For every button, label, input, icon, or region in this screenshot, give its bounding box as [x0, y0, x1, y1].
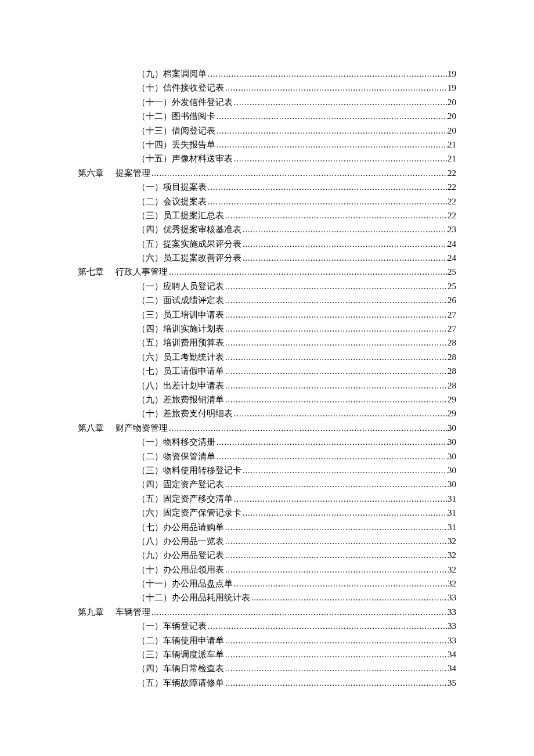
toc-item-label: （一）项目提案表 [137, 180, 207, 194]
toc-sub-row: （三）物料使用转移登记卡30 [78, 463, 456, 477]
toc-leader-dots [224, 336, 448, 350]
toc-leader-dots [224, 379, 448, 393]
toc-leader-dots [224, 563, 448, 577]
toc-chapter-number: 第七章 [78, 265, 116, 279]
toc-item-label: （九）差旅费报销清单 [137, 393, 224, 406]
toc-item-label: （三）车辆调度派车单 [137, 647, 224, 661]
toc-sub-row: （十一）外发信件登记表20 [78, 95, 456, 109]
toc-leader-dots [168, 422, 448, 435]
toc-chapter-label: 第九章车辆管理 [78, 605, 150, 619]
toc-chapter-row: 第六章提案管理22 [78, 166, 456, 180]
toc-sub-row: （十二）图书借阅卡20 [78, 109, 456, 123]
toc-item-label: （十一）外发信件登记表 [137, 95, 233, 109]
toc-sub-row: （十四）丢失报告单21 [78, 138, 456, 152]
toc-page-number: 24 [448, 237, 456, 251]
toc-leader-dots [224, 209, 448, 223]
toc-item-label: （一）车辆登记表 [137, 619, 207, 633]
toc-item-label: （十三）借阅登记表 [137, 124, 215, 138]
toc-sub-row: （五）提案实施成果评分表24 [78, 237, 456, 251]
toc-page-number: 23 [448, 222, 456, 236]
toc-page-number: 31 [448, 520, 456, 534]
toc-page-number: 29 [448, 393, 456, 406]
toc-page-number: 28 [448, 350, 456, 364]
toc-leader-dots [224, 478, 448, 492]
toc-sub-row: （四）车辆日常检查表34 [78, 661, 456, 675]
toc-leader-dots [224, 294, 448, 308]
toc-page-number: 27 [448, 308, 456, 322]
table-of-contents: （九）档案调阅单19（十）信件接收登记表19（十一）外发信件登记表20（十二）图… [78, 67, 456, 690]
toc-page-number: 25 [448, 265, 456, 279]
toc-page-number: 30 [448, 463, 456, 477]
toc-page-number: 27 [448, 322, 456, 336]
toc-sub-row: （二）会议提案表22 [78, 195, 456, 208]
toc-item-label: （六）员工提案改善评分表 [137, 251, 241, 265]
toc-sub-row: （四）培训实施计划表27 [78, 322, 456, 336]
toc-page-number: 25 [448, 279, 456, 293]
toc-item-label: （八）出差计划申请表 [137, 379, 224, 393]
toc-sub-row: （十三）借阅登记表20 [78, 124, 456, 138]
toc-item-label: （五）提案实施成果评分表 [137, 237, 241, 251]
toc-chapter-number: 第八章 [78, 421, 116, 435]
toc-sub-row: （十）信件接收登记表19 [78, 81, 456, 95]
toc-sub-row: （二）面试成绩评定表26 [78, 293, 456, 307]
toc-sub-row: （四）固定资产登记表30 [78, 477, 456, 491]
toc-chapter-label: 第七章行政人事管理 [78, 265, 168, 279]
toc-sub-row: （十）办公用品领用表32 [78, 563, 456, 577]
toc-page-number: 22 [448, 166, 456, 180]
toc-leader-dots [150, 167, 448, 181]
toc-sub-row: （九）差旅费报销清单29 [78, 393, 456, 406]
toc-page-number: 19 [448, 81, 456, 95]
toc-sub-row: （八）出差计划申请表28 [78, 379, 456, 393]
toc-leader-dots [207, 67, 448, 81]
toc-chapter-row: 第八章财产物资管理30 [78, 421, 456, 435]
toc-leader-dots [224, 648, 448, 662]
toc-item-label: （二）会议提案表 [137, 195, 207, 208]
toc-leader-dots [233, 407, 448, 421]
toc-sub-row: （一）项目提案表22 [78, 180, 456, 194]
toc-sub-row: （九）档案调阅单19 [78, 67, 456, 81]
toc-page-number: 32 [448, 548, 456, 562]
toc-leader-dots [224, 280, 448, 294]
toc-page-number: 30 [448, 449, 456, 463]
toc-sub-row: （六）员工考勤统计表28 [78, 350, 456, 364]
toc-item-label: （十二）图书借阅卡 [137, 109, 215, 123]
toc-leader-dots [224, 662, 448, 676]
toc-leader-dots [215, 138, 448, 152]
toc-leader-dots [241, 237, 448, 251]
toc-item-label: （十一）办公用品盘点单 [137, 577, 233, 591]
toc-page-number: 34 [448, 647, 456, 661]
toc-leader-dots [207, 195, 448, 209]
toc-leader-dots [233, 577, 448, 591]
toc-leader-dots [233, 492, 448, 506]
toc-leader-dots [224, 676, 448, 690]
toc-item-label: （十五）声像材料送审表 [137, 152, 233, 165]
toc-sub-row: （十五）声像材料送审表21 [78, 152, 456, 165]
toc-leader-dots [224, 322, 448, 336]
toc-sub-row: （三）员工提案汇总表22 [78, 208, 456, 222]
toc-page-number: 33 [448, 619, 456, 633]
toc-page-number: 22 [448, 208, 456, 222]
toc-item-label: （三）员工培训申请表 [137, 308, 224, 322]
toc-page-number: 21 [448, 152, 456, 165]
toc-sub-row: （六）员工提案改善评分表24 [78, 251, 456, 265]
toc-item-label: （十二）办公用品耗用统计表 [137, 591, 250, 604]
toc-chapter-label: 第六章提案管理 [78, 166, 150, 180]
toc-item-label: （十）信件接收登记表 [137, 81, 224, 95]
toc-sub-row: （五）培训费用预算表28 [78, 336, 456, 350]
toc-item-label: （五）车辆故障请修单 [137, 676, 224, 690]
toc-sub-row: （九）办公用品登记表32 [78, 548, 456, 562]
toc-leader-dots [224, 351, 448, 365]
toc-leader-dots [224, 308, 448, 322]
toc-chapter-number: 第九章 [78, 605, 116, 619]
toc-item-label: （二）面试成绩评定表 [137, 293, 224, 307]
toc-leader-dots [215, 435, 448, 449]
toc-leader-dots [233, 152, 448, 166]
toc-leader-dots [233, 96, 448, 110]
toc-page-number: 22 [448, 195, 456, 208]
toc-sub-row: （八）办公用品一览表32 [78, 534, 456, 548]
toc-page-number: 30 [448, 477, 456, 491]
toc-leader-dots [150, 606, 448, 620]
toc-chapter-label: 第八章财产物资管理 [78, 421, 168, 435]
toc-chapter-row: 第七章行政人事管理25 [78, 265, 456, 279]
toc-item-label: （十）差旅费支付明细表 [137, 406, 233, 420]
